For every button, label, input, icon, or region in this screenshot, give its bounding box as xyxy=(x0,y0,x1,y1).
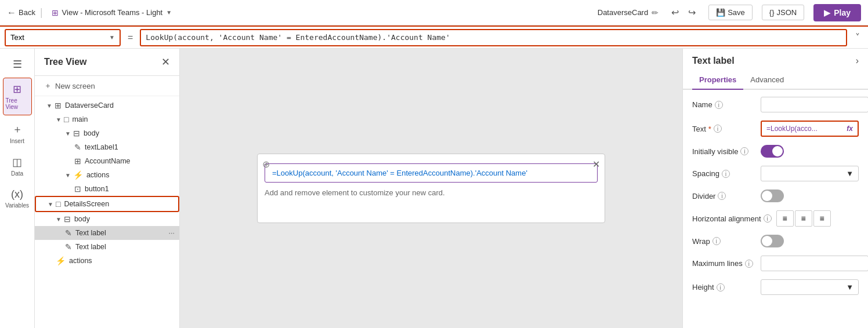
tree-item-actions-1[interactable]: ▼ ⚡ actions xyxy=(35,168,179,182)
tree-item-label: AccountName xyxy=(85,157,131,165)
height-chevron-icon: ▼ xyxy=(846,283,853,291)
name-info-icon[interactable]: i xyxy=(715,101,723,109)
play-button[interactable]: ▶ Play xyxy=(813,4,861,21)
view-chevron-icon: ▼ xyxy=(166,9,172,16)
tree-item-label: actions xyxy=(86,171,110,179)
tree-item-label: DataverseCard xyxy=(65,101,114,110)
actions-icon: ⚡ xyxy=(73,170,83,180)
tree-item-textlabel-2[interactable]: ✎ Text label xyxy=(35,240,179,254)
tree-item-label: Text label xyxy=(75,243,106,251)
height-select[interactable]: ▼ xyxy=(761,279,859,295)
screen-icon: □ xyxy=(56,199,60,209)
tree-item-body-1[interactable]: ▼ ⊟ body xyxy=(35,126,179,140)
save-button[interactable]: 💾 Save xyxy=(708,5,753,20)
sidebar-item-variables[interactable]: (x) Variables xyxy=(3,184,32,213)
tree-item-dataversecard[interactable]: ▼ ⊞ DataverseCard xyxy=(35,99,179,112)
actions-icon: ⚡ xyxy=(56,256,66,265)
text-info-icon[interactable]: i xyxy=(714,125,722,133)
edit-icon[interactable]: ✏ xyxy=(652,8,659,17)
formula-input[interactable] xyxy=(140,29,847,46)
sidebar-item-insert[interactable]: ＋ Insert xyxy=(3,118,32,149)
tree-item-textlabel-selected[interactable]: ✎ Text label ··· xyxy=(35,226,179,240)
container-icon: □ xyxy=(64,115,68,124)
tab-advanced[interactable]: Advanced xyxy=(743,71,791,90)
visible-info-icon[interactable]: i xyxy=(740,147,748,155)
undo-button[interactable]: ↩ xyxy=(668,5,682,20)
tree-panel-header: Tree View ✕ xyxy=(35,49,179,76)
tree-item-main[interactable]: ▼ □ main xyxy=(35,112,179,126)
chevron-icon: ▼ xyxy=(56,116,62,123)
alignment-group: ≡ ≡ ≡ xyxy=(776,210,831,227)
align-center-button[interactable]: ≡ xyxy=(795,210,812,227)
tree-close-button[interactable]: ✕ xyxy=(161,56,170,68)
chevron-icon: ▼ xyxy=(65,172,71,178)
tree-item-more-button[interactable]: ··· xyxy=(169,229,175,237)
tree-item-body-2[interactable]: ▼ ⊟ body xyxy=(35,212,179,226)
maxlines-input[interactable] xyxy=(761,256,868,271)
wrap-info-icon[interactable]: i xyxy=(713,237,721,245)
text-required-icon: * xyxy=(708,125,711,133)
spacing-select[interactable]: ▼ xyxy=(761,166,859,181)
sidebar-insert-label: Insert xyxy=(10,138,24,144)
tree-item-detailsscreen[interactable]: ▼ □ DetailsScreen xyxy=(35,196,179,212)
topbar: ← Back | ⊞ View - Microsoft Teams - Ligh… xyxy=(0,0,868,25)
prop-wrap-row: Wrap i xyxy=(692,235,859,247)
formula-selector-chevron-icon: ▼ xyxy=(109,34,115,41)
spacing-chevron-icon: ▼ xyxy=(846,169,853,178)
play-label: Play xyxy=(834,8,851,17)
text-formula-input[interactable]: =LookUp(acco... fx xyxy=(761,121,859,137)
data-icon: ◫ xyxy=(12,156,22,169)
formula-equals: = xyxy=(125,32,135,43)
prop-spacing-row: Spacing i ▼ xyxy=(692,166,859,181)
hamburger-menu-button[interactable]: ☰ xyxy=(8,53,27,75)
formula-expand-icon[interactable]: ˅ xyxy=(852,32,863,43)
fx-icon: fx xyxy=(847,125,853,133)
tab-properties[interactable]: Properties xyxy=(692,71,743,90)
maxlines-info-icon[interactable]: i xyxy=(745,260,753,268)
alignment-info-icon[interactable]: i xyxy=(764,214,772,223)
dataverse-title: DataverseCard ✏ xyxy=(598,8,659,17)
json-button[interactable]: {} JSON xyxy=(762,5,804,20)
formula-selector-value: Text xyxy=(10,33,24,42)
sidebar-item-tree-view[interactable]: ⊞ Tree View xyxy=(3,78,32,115)
spacing-info-icon[interactable]: i xyxy=(722,170,730,178)
view-label: View - Microsoft Teams - Light xyxy=(62,8,163,17)
right-panel-chevron-icon[interactable]: › xyxy=(856,56,859,66)
align-left-button[interactable]: ≡ xyxy=(776,210,794,227)
tree-item-accountname[interactable]: ⊞ AccountName xyxy=(35,154,179,168)
prop-height-label: Height i xyxy=(692,283,756,291)
tree-item-actions-2[interactable]: ⚡ actions xyxy=(35,254,179,268)
divider-toggle[interactable] xyxy=(761,189,784,202)
chevron-icon: ▼ xyxy=(46,103,52,109)
tree-item-textlabel1[interactable]: ✎ textLabel1 xyxy=(35,140,179,154)
tree-item-button1[interactable]: ⊡ button1 xyxy=(35,182,179,196)
sidebar-variables-label: Variables xyxy=(5,202,29,209)
align-right-button[interactable]: ≡ xyxy=(813,210,831,227)
divider-info-icon[interactable]: i xyxy=(718,192,726,200)
name-input[interactable] xyxy=(761,97,868,112)
tree-item-label: DetailsScreen xyxy=(64,200,109,208)
card-preview: ⊕ ✕ =LookUp(account, 'Account Name' = En… xyxy=(257,154,605,223)
new-screen-button[interactable]: ＋ New screen xyxy=(35,76,179,96)
tree-item-label: body xyxy=(74,215,90,223)
tree-item-label: body xyxy=(84,129,99,137)
prop-text-row: Text * i =LookUp(acco... fx xyxy=(692,121,859,137)
label-icon: ✎ xyxy=(65,228,72,238)
view-selector[interactable]: ⊞ View - Microsoft Teams - Light ▼ xyxy=(48,6,176,19)
redo-button[interactable]: ↪ xyxy=(685,5,699,20)
right-panel-header: Text label › xyxy=(683,49,868,66)
prop-maxlines-row: Maximum lines i xyxy=(692,256,859,271)
initially-visible-toggle[interactable] xyxy=(761,145,784,158)
back-arrow-icon: ← xyxy=(7,8,16,18)
sidebar-item-data[interactable]: ◫ Data xyxy=(3,151,32,181)
card-close-button[interactable]: ✕ xyxy=(592,159,600,170)
formula-selector[interactable]: Text ▼ xyxy=(5,29,121,46)
new-screen-plus-icon: ＋ xyxy=(44,81,52,91)
topbar-right: DataverseCard ✏ ↩ ↪ 💾 Save {} JSON ▶ Pla… xyxy=(598,4,861,21)
move-icon[interactable]: ⊕ xyxy=(262,159,270,170)
wrap-toggle[interactable] xyxy=(761,235,784,247)
card-hint: Add and remove element to customize your… xyxy=(265,188,598,197)
tree-item-label: textLabel1 xyxy=(85,143,118,151)
height-info-icon[interactable]: i xyxy=(717,283,725,291)
back-button[interactable]: ← Back xyxy=(7,8,35,18)
